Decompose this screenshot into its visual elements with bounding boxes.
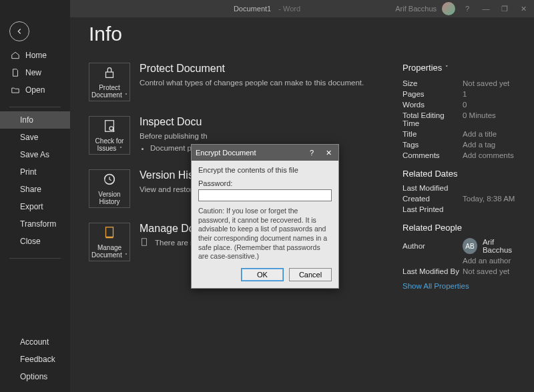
sidebar-item-label: New bbox=[25, 68, 41, 77]
sidebar-item-new[interactable]: New bbox=[0, 64, 70, 81]
prop-key: Size bbox=[403, 79, 463, 87]
prop-value: 0 bbox=[463, 101, 522, 109]
sidebar-item-transform[interactable]: Transform bbox=[0, 215, 70, 233]
prop-value[interactable]: Add a title bbox=[463, 130, 522, 138]
tile-protect-document[interactable]: Protect Document ˅ bbox=[89, 63, 130, 101]
lastmodby-label: Last Modified By bbox=[403, 267, 463, 275]
prop-key: Last Modified bbox=[403, 184, 463, 192]
titlebar: Document1 - Word Arif Bacchus ? — ❐ ✕ bbox=[0, 0, 534, 17]
prop-value: Today, 8:38 AM bbox=[463, 195, 522, 203]
prop-key: Title bbox=[403, 130, 463, 138]
sidebar-item-label: Save As bbox=[20, 150, 49, 159]
section-desc: Control what types of changes people can… bbox=[140, 77, 364, 88]
sidebar-item-save[interactable]: Save bbox=[0, 129, 70, 146]
backstage-sidebar: Home New Open Info Save Save As Print Sh… bbox=[0, 0, 70, 392]
avatar-icon[interactable] bbox=[442, 2, 455, 15]
sidebar-item-label: Options bbox=[20, 372, 47, 381]
sidebar-item-label: Save bbox=[20, 133, 38, 142]
prop-value: Not saved yet bbox=[463, 79, 522, 87]
sidebar-item-label: Close bbox=[20, 237, 41, 246]
dialog-close-button[interactable]: ✕ bbox=[323, 149, 334, 157]
show-all-properties-link[interactable]: Show All Properties bbox=[403, 282, 522, 290]
manage-doc-icon bbox=[102, 225, 117, 241]
password-input[interactable] bbox=[198, 189, 332, 201]
new-doc-icon bbox=[11, 68, 20, 77]
chevron-down-icon: ˅ bbox=[117, 146, 121, 152]
sidebar-item-home[interactable]: Home bbox=[0, 47, 70, 64]
prop-value bbox=[463, 184, 522, 192]
inspect-icon bbox=[102, 119, 117, 135]
back-button[interactable] bbox=[9, 21, 29, 41]
prop-value: 1 bbox=[463, 90, 522, 98]
prop-key: Pages bbox=[403, 90, 463, 98]
sidebar-item-label: Account bbox=[20, 337, 49, 347]
sidebar-item-open[interactable]: Open bbox=[0, 81, 70, 99]
app-name: - Word bbox=[276, 5, 300, 13]
dialog-heading: Encrypt the contents of this file bbox=[198, 166, 332, 174]
history-icon bbox=[102, 172, 117, 188]
sidebar-item-label: Info bbox=[20, 115, 33, 125]
section-title: Inspect Docu bbox=[140, 116, 208, 128]
encrypt-document-dialog: Encrypt Document ? ✕ Encrypt the content… bbox=[191, 144, 339, 289]
dialog-titlebar[interactable]: Encrypt Document ? ✕ bbox=[192, 145, 338, 161]
sidebar-item-close[interactable]: Close bbox=[0, 233, 70, 250]
dialog-title: Encrypt Document bbox=[196, 149, 256, 157]
sidebar-item-print[interactable]: Print bbox=[0, 163, 70, 181]
prop-key: Total Editing Time bbox=[403, 111, 463, 127]
author-avatar-icon[interactable]: AB bbox=[463, 238, 477, 254]
sidebar-item-account[interactable]: Account bbox=[0, 333, 70, 351]
sidebar-item-label: Share bbox=[20, 185, 41, 194]
page-title: Info bbox=[89, 23, 534, 45]
sidebar-item-label: Feedback bbox=[20, 355, 55, 364]
section-desc: Before publishing th bbox=[140, 131, 208, 141]
prop-key: Created bbox=[403, 195, 463, 203]
lock-icon bbox=[102, 65, 117, 81]
prop-value bbox=[463, 205, 522, 213]
chevron-down-icon: ˅ bbox=[445, 65, 449, 71]
section-title: Protect Document bbox=[140, 63, 364, 75]
svg-rect-4 bbox=[106, 227, 113, 237]
dialog-caution-text: Caution: If you lose or forget the passw… bbox=[198, 207, 332, 261]
sidebar-item-options[interactable]: Options bbox=[0, 368, 70, 385]
sidebar-item-label: Print bbox=[20, 167, 37, 177]
dialog-help-button[interactable]: ? bbox=[307, 149, 316, 157]
sidebar-item-share[interactable]: Share bbox=[0, 181, 70, 198]
add-author-link[interactable]: Add an author bbox=[463, 257, 522, 265]
tile-version-history[interactable]: Version History bbox=[89, 169, 130, 208]
home-icon bbox=[11, 51, 20, 60]
tile-label: Protect Document bbox=[91, 84, 122, 99]
related-people-heading: Related People bbox=[403, 223, 522, 233]
svg-rect-0 bbox=[106, 72, 113, 77]
properties-panel: Properties ˅ SizeNot saved yet Pages1 Wo… bbox=[403, 63, 534, 290]
password-label: Password: bbox=[198, 179, 332, 187]
sidebar-item-feedback[interactable]: Feedback bbox=[0, 351, 70, 368]
doc-title: Document1 bbox=[234, 5, 271, 13]
ok-button[interactable]: OK bbox=[241, 268, 284, 281]
minimize-button[interactable]: — bbox=[479, 5, 493, 13]
svg-rect-5 bbox=[142, 239, 147, 246]
cancel-button[interactable]: Cancel bbox=[289, 268, 332, 281]
restore-button[interactable]: ❐ bbox=[498, 5, 511, 13]
section-protect: Protect Document ˅ Protect Document Cont… bbox=[89, 63, 382, 101]
tile-label: Manage Document bbox=[91, 244, 122, 259]
author-name: Arif Bacchus bbox=[483, 238, 522, 254]
prop-value: 0 Minutes bbox=[463, 111, 522, 127]
prop-key: Comments bbox=[403, 151, 463, 159]
titlebar-username: Arif Bacchus bbox=[395, 5, 437, 13]
sidebar-item-label: Export bbox=[20, 202, 43, 211]
sidebar-item-export[interactable]: Export bbox=[0, 198, 70, 215]
tile-check-for-issues[interactable]: Check for Issues ˅ bbox=[89, 116, 130, 155]
sidebar-item-saveas[interactable]: Save As bbox=[0, 146, 70, 163]
properties-heading[interactable]: Properties ˅ bbox=[403, 63, 522, 73]
related-dates-heading: Related Dates bbox=[403, 169, 522, 179]
sidebar-item-label: Home bbox=[25, 51, 47, 60]
sidebar-item-info[interactable]: Info bbox=[0, 111, 70, 129]
prop-value[interactable]: Add a tag bbox=[463, 141, 522, 149]
lastmodby-value: Not saved yet bbox=[463, 267, 522, 275]
document-icon bbox=[140, 237, 149, 247]
prop-value[interactable]: Add comments bbox=[463, 151, 522, 159]
help-button[interactable]: ? bbox=[461, 5, 474, 13]
prop-key: Last Printed bbox=[403, 205, 463, 213]
tile-manage-document[interactable]: Manage Document ˅ bbox=[89, 223, 130, 261]
close-window-button[interactable]: ✕ bbox=[517, 5, 530, 13]
